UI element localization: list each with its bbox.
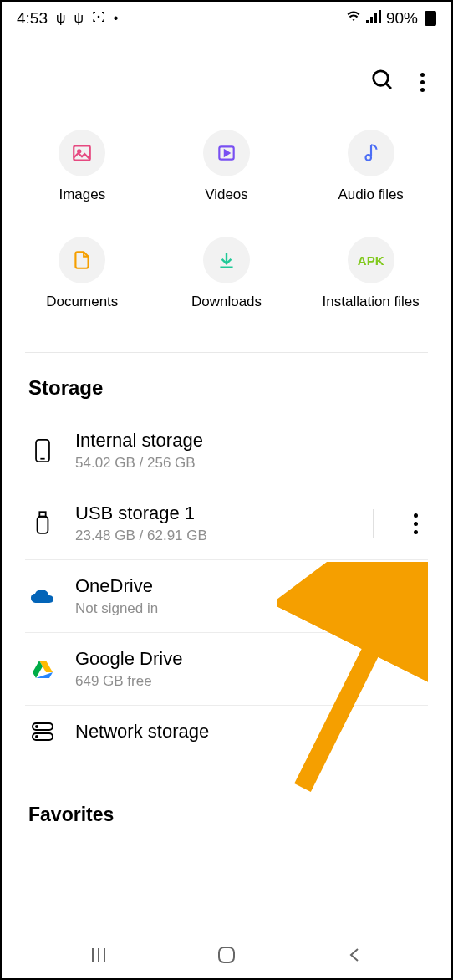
favorites-heading: Favorites bbox=[2, 758, 451, 835]
apk-icon: APK bbox=[348, 237, 394, 283]
svg-rect-2 bbox=[370, 17, 373, 23]
storage-network[interactable]: Network storage bbox=[25, 706, 428, 758]
category-downloads[interactable]: Downloads bbox=[155, 237, 299, 310]
signal-icon bbox=[366, 9, 381, 28]
svg-rect-26 bbox=[219, 947, 234, 962]
category-label: Installation files bbox=[323, 293, 420, 310]
usb-more-icon[interactable] bbox=[407, 507, 425, 541]
images-icon bbox=[59, 130, 105, 176]
storage-detail: Not signed in bbox=[75, 600, 425, 617]
category-label: Documents bbox=[46, 293, 118, 310]
category-audio[interactable]: Audio files bbox=[298, 130, 443, 203]
search-icon[interactable] bbox=[370, 68, 395, 96]
storage-googledrive[interactable]: Google Drive 649 GB free bbox=[25, 633, 428, 706]
category-label: Images bbox=[59, 186, 105, 203]
category-label: Videos bbox=[205, 186, 248, 203]
network-icon bbox=[28, 722, 57, 742]
svg-point-21 bbox=[36, 726, 38, 727]
onedrive-icon bbox=[28, 588, 57, 605]
svg-marker-10 bbox=[225, 151, 229, 156]
back-button[interactable] bbox=[343, 943, 366, 967]
storage-name: Network storage bbox=[75, 721, 425, 743]
phone-icon bbox=[28, 438, 57, 463]
battery-icon bbox=[425, 11, 436, 26]
scan-icon bbox=[92, 10, 105, 27]
categories-grid: Images Videos Audio files Documents Down… bbox=[2, 105, 451, 327]
storage-detail: 23.48 GB / 62.91 GB bbox=[75, 528, 354, 544]
more-options-icon[interactable] bbox=[420, 73, 425, 92]
documents-icon bbox=[59, 237, 105, 283]
status-time: 4:53 bbox=[17, 9, 48, 28]
audio-icon bbox=[348, 130, 394, 176]
storage-name: USB storage 1 bbox=[75, 503, 354, 524]
svg-rect-15 bbox=[38, 517, 48, 533]
storage-list: Internal storage 54.02 GB / 256 GB USB s… bbox=[2, 415, 451, 758]
svg-rect-4 bbox=[379, 10, 381, 23]
navigation-bar bbox=[2, 932, 451, 978]
usb-icon: ψ bbox=[74, 11, 83, 26]
category-documents[interactable]: Documents bbox=[10, 237, 155, 310]
wifi-icon bbox=[346, 8, 361, 28]
home-button[interactable] bbox=[215, 943, 238, 967]
separator bbox=[373, 509, 374, 538]
svg-point-0 bbox=[98, 16, 99, 17]
dot-icon: • bbox=[114, 11, 119, 26]
storage-internal[interactable]: Internal storage 54.02 GB / 256 GB bbox=[25, 415, 428, 487]
category-videos[interactable]: Videos bbox=[155, 130, 299, 203]
downloads-icon bbox=[203, 237, 250, 283]
storage-name: Google Drive bbox=[75, 648, 425, 670]
recents-button[interactable] bbox=[87, 943, 110, 967]
usb-drive-icon bbox=[28, 510, 57, 537]
app-bar bbox=[2, 34, 451, 105]
googledrive-icon bbox=[28, 659, 57, 679]
storage-heading: Storage bbox=[2, 353, 451, 415]
category-label: Downloads bbox=[191, 293, 262, 310]
videos-icon bbox=[203, 130, 250, 176]
status-bar: 4:53 ψ ψ • 90% bbox=[2, 2, 451, 34]
svg-rect-1 bbox=[366, 20, 369, 23]
storage-onedrive[interactable]: OneDrive Not signed in bbox=[25, 560, 428, 633]
svg-point-11 bbox=[365, 155, 371, 161]
storage-name: Internal storage bbox=[75, 430, 425, 452]
category-images[interactable]: Images bbox=[10, 130, 155, 203]
storage-detail: 649 GB free bbox=[75, 673, 425, 690]
svg-point-5 bbox=[374, 71, 389, 86]
svg-point-22 bbox=[36, 736, 38, 738]
battery-text: 90% bbox=[386, 9, 418, 28]
svg-rect-3 bbox=[374, 13, 377, 23]
svg-line-6 bbox=[386, 84, 391, 89]
storage-usb[interactable]: USB storage 1 23.48 GB / 62.91 GB bbox=[25, 487, 428, 560]
category-label: Audio files bbox=[338, 186, 403, 203]
usb-icon: ψ bbox=[56, 11, 65, 26]
category-apk[interactable]: APK Installation files bbox=[298, 237, 443, 310]
storage-name: OneDrive bbox=[75, 575, 425, 597]
storage-detail: 54.02 GB / 256 GB bbox=[75, 455, 425, 472]
